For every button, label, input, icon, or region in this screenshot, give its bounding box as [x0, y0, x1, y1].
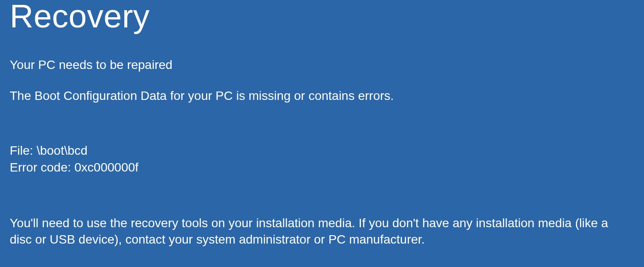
recovery-instructions: You'll need to use the recovery tools on…	[10, 215, 629, 248]
error-code-label: Error code:	[10, 160, 74, 174]
error-description: The Boot Configuration Data for your PC …	[10, 89, 634, 103]
error-code-value: 0xc000000f	[74, 160, 138, 174]
recovery-title: Recovery	[10, 0, 634, 34]
file-label: File:	[10, 144, 37, 157]
error-code-info: Error code: 0xc000000f	[10, 160, 634, 175]
file-path: \boot\bcd	[37, 144, 88, 157]
file-info: File: \boot\bcd	[10, 144, 634, 158]
recovery-subtitle: Your PC needs to be repaired	[10, 58, 634, 72]
